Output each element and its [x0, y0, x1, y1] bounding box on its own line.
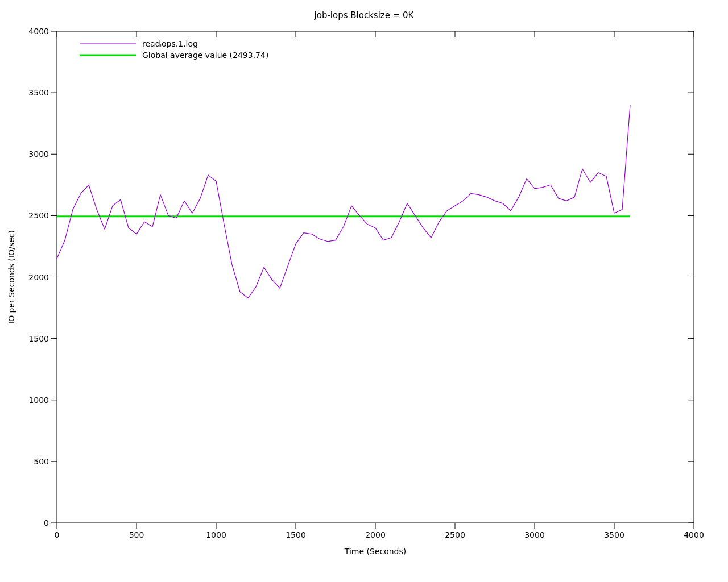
x-tick-label: 500 [129, 530, 144, 539]
x-tick-label: 2500 [445, 530, 465, 539]
x-tick-label: 4000 [684, 530, 704, 539]
x-axis-label: Time (Seconds) [344, 547, 406, 556]
legend-label: readᵢops.1.log [142, 39, 198, 48]
y-tick-label: 2500 [28, 211, 49, 220]
x-tick-label: 3500 [604, 530, 624, 539]
plot-border [57, 31, 694, 523]
y-tick-label: 3000 [28, 149, 49, 159]
series-line [57, 105, 630, 298]
x-tick-label: 1500 [286, 530, 306, 539]
y-tick-label: 2000 [28, 273, 49, 282]
chart-title: job-iops Blocksize = 0K [0, 10, 728, 20]
chart-svg: 0500100015002000250030003500400005001000… [0, 0, 728, 582]
x-tick-label: 0 [55, 530, 60, 539]
y-tick-label: 500 [34, 457, 49, 466]
y-tick-label: 1000 [28, 396, 49, 405]
y-tick-label: 4000 [28, 27, 49, 36]
legend-label: Global average value (2493.74) [142, 51, 268, 60]
x-tick-label: 1000 [206, 530, 226, 539]
y-axis-label: IO per Seconds (IO/sec) [7, 230, 16, 324]
y-tick-label: 3500 [28, 88, 49, 97]
y-tick-label: 0 [44, 518, 49, 527]
y-tick-label: 1500 [28, 334, 49, 343]
chart-container: job-iops Blocksize = 0K 0500100015002000… [0, 0, 728, 582]
x-tick-label: 2000 [365, 530, 386, 539]
x-tick-label: 3000 [524, 530, 545, 539]
